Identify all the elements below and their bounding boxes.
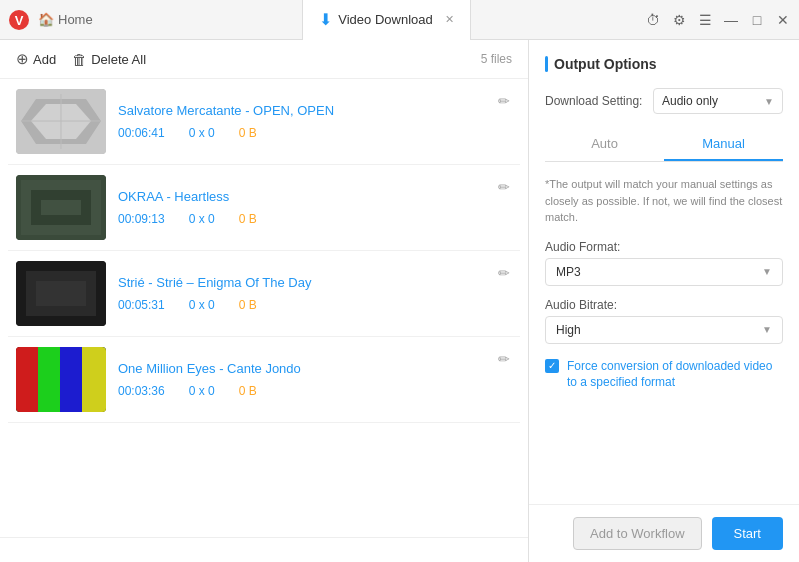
audio-format-value: MP3	[556, 265, 581, 279]
close-button[interactable]: ✕	[775, 12, 791, 28]
home-button[interactable]: 🏠 Home	[38, 12, 93, 27]
download-setting-row: Download Setting: Audio only ▼	[545, 88, 783, 114]
list-item: OKRAA - Heartless 00:09:13 0 x 0 0 B ✏	[8, 165, 520, 251]
file-info-3: Strié - Strié – Enigma Of The Day 00:05:…	[118, 275, 512, 312]
video-download-tab[interactable]: ⬇ Video Download ✕	[302, 0, 470, 40]
home-label: Home	[58, 12, 93, 27]
add-label: Add	[33, 52, 56, 67]
audio-bitrate-select[interactable]: High ▼	[545, 316, 783, 344]
delete-label: Delete All	[91, 52, 146, 67]
file-meta-1: 00:06:41 0 x 0 0 B	[118, 126, 512, 140]
list-item: Strié - Strié – Enigma Of The Day 00:05:…	[8, 251, 520, 337]
file-duration-4: 00:03:36	[118, 384, 165, 398]
download-setting-arrow: ▼	[764, 96, 774, 107]
file-size-1: 0 B	[239, 126, 257, 140]
app-icon: V	[8, 9, 30, 31]
output-options: Output Options Download Setting: Audio o…	[529, 40, 799, 504]
audio-bitrate-arrow: ▼	[762, 324, 772, 335]
audio-format-row: Audio Format: MP3 ▼	[545, 240, 783, 286]
file-size-4: 0 B	[239, 384, 257, 398]
title-bar-right: ⏱ ⚙ ☰ — □ ✕	[645, 12, 791, 28]
svg-rect-18	[82, 347, 106, 412]
menu-button[interactable]: ☰	[697, 12, 713, 28]
audio-format-select[interactable]: MP3 ▼	[545, 258, 783, 286]
file-meta-2: 00:09:13 0 x 0 0 B	[118, 212, 512, 226]
file-duration-2: 00:09:13	[118, 212, 165, 226]
download-setting-select[interactable]: Audio only ▼	[653, 88, 783, 114]
bottom-bar-right: Add to Workflow Start	[529, 504, 799, 562]
force-conversion-checkbox[interactable]: ✓	[545, 359, 559, 373]
right-panel: Output Options Download Setting: Audio o…	[529, 40, 799, 562]
settings-button[interactable]: ⚙	[671, 12, 687, 28]
file-resolution-1: 0 x 0	[189, 126, 215, 140]
audio-bitrate-label: Audio Bitrate:	[545, 298, 783, 312]
delete-all-button[interactable]: 🗑 Delete All	[72, 51, 146, 68]
section-title-text: Output Options	[554, 56, 657, 72]
list-item: Salvatore Mercatante - OPEN, OPEN 00:06:…	[8, 79, 520, 165]
file-info-4: One Million Eyes - Cante Jondo 00:03:36 …	[118, 361, 512, 398]
svg-rect-17	[60, 347, 82, 412]
left-panel: ⊕ Add 🗑 Delete All 5 files	[0, 40, 529, 562]
file-title-1: Salvatore Mercatante - OPEN, OPEN	[118, 103, 512, 120]
thumbnail-3	[16, 261, 106, 326]
history-button[interactable]: ⏱	[645, 12, 661, 28]
tab-manual[interactable]: Manual	[664, 128, 783, 161]
tabs-area: ⬇ Video Download ✕	[128, 0, 645, 40]
file-resolution-2: 0 x 0	[189, 212, 215, 226]
thumbnail-1	[16, 89, 106, 154]
list-item: One Million Eyes - Cante Jondo 00:03:36 …	[8, 337, 520, 423]
note-text: *The output will match your manual setti…	[545, 176, 783, 226]
file-meta-3: 00:05:31 0 x 0 0 B	[118, 298, 512, 312]
file-size-2: 0 B	[239, 212, 257, 226]
svg-text:V: V	[15, 13, 24, 28]
file-title-4: One Million Eyes - Cante Jondo	[118, 361, 512, 378]
download-setting-value: Audio only	[662, 94, 718, 108]
main-layout: ⊕ Add 🗑 Delete All 5 files	[0, 40, 799, 562]
mode-tabs: Auto Manual	[545, 128, 783, 162]
file-title-2: OKRAA - Heartless	[118, 189, 512, 206]
audio-format-arrow: ▼	[762, 266, 772, 277]
home-icon: 🏠	[38, 12, 54, 27]
file-resolution-3: 0 x 0	[189, 298, 215, 312]
tab-label: Video Download	[338, 12, 432, 27]
file-info-2: OKRAA - Heartless 00:09:13 0 x 0 0 B	[118, 189, 512, 226]
minimize-button[interactable]: —	[723, 12, 739, 28]
edit-button-4[interactable]: ✏	[498, 351, 510, 367]
add-button[interactable]: ⊕ Add	[16, 50, 56, 68]
file-meta-4: 00:03:36 0 x 0 0 B	[118, 384, 512, 398]
file-duration-1: 00:06:41	[118, 126, 165, 140]
svg-rect-15	[16, 347, 38, 412]
download-setting-label: Download Setting:	[545, 94, 645, 108]
add-icon: ⊕	[16, 50, 29, 68]
checkbox-row: ✓ Force conversion of downloaded video t…	[545, 358, 783, 392]
section-title-bar	[545, 56, 548, 72]
start-button[interactable]: Start	[712, 517, 783, 550]
section-title: Output Options	[545, 56, 783, 72]
thumbnail-4	[16, 347, 106, 412]
audio-bitrate-row: Audio Bitrate: High ▼	[545, 298, 783, 344]
file-resolution-4: 0 x 0	[189, 384, 215, 398]
tab-close-button[interactable]: ✕	[445, 13, 454, 26]
trash-icon: 🗑	[72, 51, 87, 68]
edit-button-1[interactable]: ✏	[498, 93, 510, 109]
tab-download-icon: ⬇	[319, 10, 332, 29]
edit-button-3[interactable]: ✏	[498, 265, 510, 281]
maximize-button[interactable]: □	[749, 12, 765, 28]
edit-button-2[interactable]: ✏	[498, 179, 510, 195]
bottom-bar-left	[0, 537, 528, 562]
file-size-3: 0 B	[239, 298, 257, 312]
checkbox-check-icon: ✓	[548, 360, 556, 371]
title-bar-left: V 🏠 Home	[8, 9, 128, 31]
file-duration-3: 00:05:31	[118, 298, 165, 312]
svg-rect-16	[38, 347, 60, 412]
force-conversion-label: Force conversion of downloaded video to …	[567, 358, 783, 392]
svg-rect-10	[41, 200, 81, 215]
tab-auto[interactable]: Auto	[545, 128, 664, 161]
file-list: Salvatore Mercatante - OPEN, OPEN 00:06:…	[0, 79, 528, 537]
thumbnail-2	[16, 175, 106, 240]
add-to-workflow-button[interactable]: Add to Workflow	[573, 517, 701, 550]
file-info-1: Salvatore Mercatante - OPEN, OPEN 00:06:…	[118, 103, 512, 140]
svg-rect-13	[36, 281, 86, 306]
audio-format-label: Audio Format:	[545, 240, 783, 254]
file-title-3: Strié - Strié – Enigma Of The Day	[118, 275, 512, 292]
